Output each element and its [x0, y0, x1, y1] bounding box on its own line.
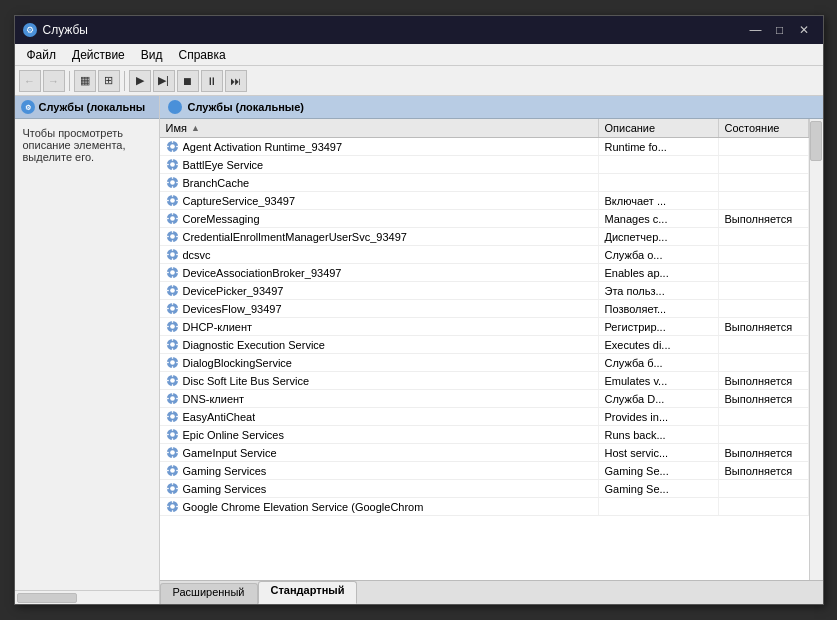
col-header-status[interactable]: Состояние — [719, 119, 809, 137]
service-description-cell — [599, 498, 719, 515]
service-name-cell: DNS-клиент — [160, 390, 599, 407]
console-button[interactable]: ▦ — [74, 70, 96, 92]
table-row[interactable]: GameInput ServiceHost servic...Выполняет… — [160, 444, 809, 462]
svg-rect-60 — [166, 308, 168, 309]
svg-rect-54 — [166, 290, 168, 291]
table-row[interactable]: DialogBlockingServiceСлужба б... — [160, 354, 809, 372]
service-name-cell: CoreMessaging — [160, 210, 599, 227]
tab-standard[interactable]: Стандартный — [258, 581, 358, 604]
table-row[interactable]: Gaming ServicesGaming Se... — [160, 480, 809, 498]
table-row[interactable]: DNS-клиентСлужба D...Выполняется — [160, 390, 809, 408]
service-name-cell: CaptureService_93497 — [160, 192, 599, 209]
service-name: Epic Online Services — [183, 429, 285, 441]
table-row[interactable]: BranchCache — [160, 174, 809, 192]
service-status-cell — [719, 426, 809, 443]
svg-point-87 — [170, 396, 175, 401]
service-status-cell — [719, 192, 809, 209]
minimize-button[interactable]: — — [745, 21, 767, 39]
title-bar: ⚙ Службы — □ ✕ — [15, 16, 823, 44]
svg-point-57 — [170, 306, 175, 311]
service-name: Gaming Services — [183, 483, 267, 495]
menu-action[interactable]: Действие — [64, 46, 133, 64]
table-row[interactable]: EasyAntiCheatProvides in... — [160, 408, 809, 426]
service-name-cell: Diagnostic Execution Service — [160, 336, 599, 353]
table-row[interactable]: CoreMessagingManages c...Выполняется — [160, 210, 809, 228]
svg-rect-67 — [176, 326, 178, 327]
table-header: Имя ▲ Описание Состояние — [160, 119, 809, 138]
service-name-cell: GameInput Service — [160, 444, 599, 461]
svg-point-15 — [170, 180, 175, 185]
scrollbar-thumb[interactable] — [810, 121, 822, 161]
vertical-scrollbar[interactable] — [809, 119, 823, 580]
svg-rect-88 — [171, 393, 172, 395]
close-button[interactable]: ✕ — [793, 21, 815, 39]
table-row[interactable]: Epic Online ServicesRuns back... — [160, 426, 809, 444]
svg-rect-71 — [171, 348, 172, 350]
svg-rect-77 — [171, 366, 172, 368]
stop-button[interactable]: ⏹ — [177, 70, 199, 92]
forward-button[interactable]: → — [43, 70, 65, 92]
service-icon — [166, 464, 179, 477]
table-row[interactable]: DevicesFlow_93497Позволяет... — [160, 300, 809, 318]
svg-rect-42 — [166, 254, 168, 255]
table-row[interactable]: Disc Soft Lite Bus ServiceEmulates v...В… — [160, 372, 809, 390]
svg-rect-36 — [166, 236, 168, 237]
table-row[interactable]: dcsvcСлужба о... — [160, 246, 809, 264]
main-window: ⚙ Службы — □ ✕ Файл Действие Вид Справка… — [14, 15, 824, 605]
col-header-name[interactable]: Имя ▲ — [160, 119, 599, 137]
svg-rect-7 — [176, 146, 178, 147]
maximize-button[interactable]: □ — [769, 21, 791, 39]
tab-extended[interactable]: Расширенный — [160, 583, 258, 604]
svg-rect-89 — [171, 402, 172, 404]
svg-rect-78 — [166, 362, 168, 363]
svg-point-93 — [170, 414, 175, 419]
svg-point-9 — [170, 162, 175, 167]
service-description-cell: Эта польз... — [599, 282, 719, 299]
table-row[interactable]: Google Chrome Elevation Service (GoogleC… — [160, 498, 809, 516]
menu-help[interactable]: Справка — [171, 46, 234, 64]
service-description-cell: Служба о... — [599, 246, 719, 263]
svg-rect-76 — [171, 357, 172, 359]
service-icon — [166, 248, 179, 261]
svg-rect-31 — [176, 218, 178, 219]
service-name-cell: Epic Online Services — [160, 426, 599, 443]
table-row[interactable]: Agent Activation Runtime_93497Runtime fo… — [160, 138, 809, 156]
service-status-cell: Выполняется — [719, 444, 809, 461]
menu-view[interactable]: Вид — [133, 46, 171, 64]
table-row[interactable]: Gaming ServicesGaming Se...Выполняется — [160, 462, 809, 480]
service-description-cell: Manages c... — [599, 210, 719, 227]
table-row[interactable]: DeviceAssociationBroker_93497Enables ap.… — [160, 264, 809, 282]
table-row[interactable]: CaptureService_93497Включает ... — [160, 192, 809, 210]
svg-rect-82 — [171, 375, 172, 377]
svg-rect-24 — [166, 200, 168, 201]
restart-button[interactable]: ⏭ — [225, 70, 247, 92]
table-row[interactable]: Diagnostic Execution ServiceExecutes di.… — [160, 336, 809, 354]
pause-button[interactable]: ⏸ — [201, 70, 223, 92]
sidebar-scrollbar[interactable] — [15, 590, 159, 604]
svg-rect-4 — [171, 141, 172, 143]
svg-point-69 — [170, 342, 175, 347]
menu-file[interactable]: Файл — [19, 46, 65, 64]
svg-point-21 — [170, 198, 175, 203]
table-row[interactable]: DevicePicker_93497Эта польз... — [160, 282, 809, 300]
service-description-cell: Служба б... — [599, 354, 719, 371]
service-status-cell — [719, 156, 809, 173]
service-icon — [166, 158, 179, 171]
start-service-button[interactable]: ▶ — [129, 70, 151, 92]
svg-rect-17 — [171, 186, 172, 188]
service-name: CredentialEnrollmentManagerUserSvc_93497 — [183, 231, 407, 243]
table-row[interactable]: DHCP-клиентРегистрир...Выполняется — [160, 318, 809, 336]
back-button[interactable]: ← — [19, 70, 41, 92]
menu-bar: Файл Действие Вид Справка — [15, 44, 823, 66]
sidebar-scroll-thumb[interactable] — [17, 593, 77, 603]
col-header-description[interactable]: Описание — [599, 119, 719, 137]
table-row[interactable]: BattlEye Service — [160, 156, 809, 174]
view-button[interactable]: ⊞ — [98, 70, 120, 92]
service-name-cell: Gaming Services — [160, 480, 599, 497]
svg-rect-6 — [166, 146, 168, 147]
table-row[interactable]: CredentialEnrollmentManagerUserSvc_93497… — [160, 228, 809, 246]
stop-service-button[interactable]: ▶| — [153, 70, 175, 92]
service-description-cell: Runtime fo... — [599, 138, 719, 155]
svg-rect-53 — [171, 294, 172, 296]
service-name-cell: BranchCache — [160, 174, 599, 191]
